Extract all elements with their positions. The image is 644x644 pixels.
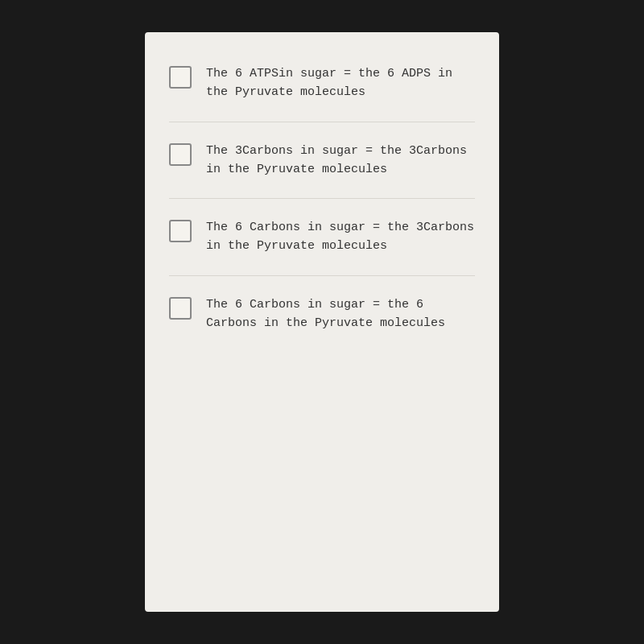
option-row-4: The 6 Carbons in sugar = the 6 Carbons i… [169,276,475,353]
option-text-3: The 6 Carbons in sugar = the 3Carbons in… [206,218,475,256]
checkbox-4[interactable] [169,297,192,320]
option-text-4: The 6 Carbons in sugar = the 6 Carbons i… [206,295,475,333]
option-row-3: The 6 Carbons in sugar = the 3Carbons in… [169,199,475,276]
option-text-2: The 3Carbons in sugar = the 3Carbons in … [206,142,475,180]
option-row-1: The 6 ATPSin sugar = the 6 ADPS in the P… [169,56,475,122]
checkbox-1[interactable] [169,66,192,89]
option-text-1: The 6 ATPSin sugar = the 6 ADPS in the P… [206,64,475,102]
checkbox-3[interactable] [169,220,192,242]
quiz-card: The 6 ATPSin sugar = the 6 ADPS in the P… [145,32,499,612]
checkbox-2[interactable] [169,143,192,166]
option-row-2: The 3Carbons in sugar = the 3Carbons in … [169,122,475,200]
